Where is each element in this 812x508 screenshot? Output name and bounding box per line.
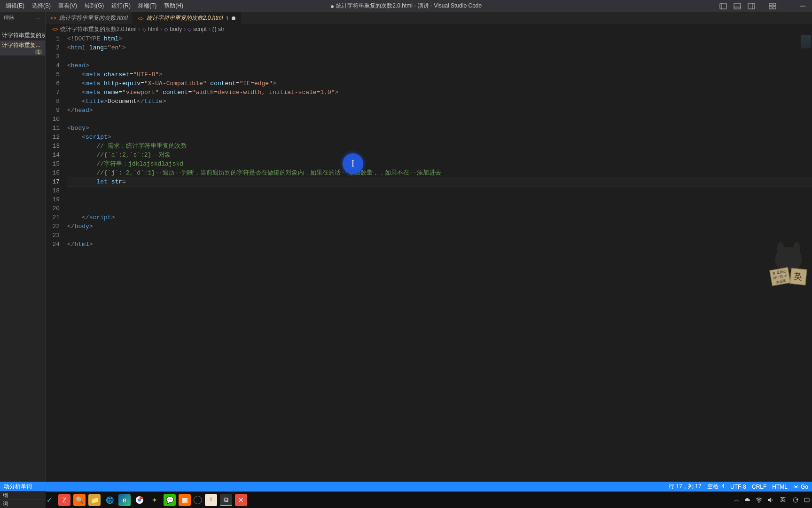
menu-help[interactable]: 帮助(H) — [160, 0, 187, 12]
html-file-icon: <> — [138, 16, 144, 21]
ime-mascot-widget[interactable]: 算·是我心 9月7日 不离远离 英 — [765, 247, 812, 289]
menu-selection[interactable]: 选择(S) — [28, 0, 55, 12]
tray-chevron-up-icon[interactable]: ︿ — [734, 496, 740, 504]
taskbar-vscode-icon[interactable]: ⧉ — [220, 494, 232, 506]
error-badge: 1 — [35, 49, 42, 55]
tray-sync-icon[interactable] — [792, 497, 799, 503]
window-title-text: 统计字符串重复的次数2.0.html - 演讲 - Visual Studio … — [336, 2, 482, 10]
taskbar-app-icon[interactable]: ▦ — [179, 494, 191, 506]
file-tree-item[interactable]: 计字符串重复的次... — [0, 31, 45, 40]
customize-layout-icon[interactable] — [769, 2, 776, 10]
status-left-item[interactable]: 动分析单词 — [4, 483, 32, 491]
status-cursor-position[interactable]: 行 17，列 17 — [669, 483, 701, 491]
taskbar-app-icon[interactable]: ✕ — [235, 494, 247, 506]
taskbar-chrome-icon[interactable] — [133, 494, 146, 506]
taskbar-wechat-icon[interactable]: 💬 — [164, 494, 176, 506]
mascot-card: 算·是我心 9月7日 不离远离 — [769, 267, 790, 286]
symbol-module-icon: ◇ — [187, 26, 191, 32]
layout-panel-bottom-icon[interactable] — [734, 2, 741, 10]
explorer-title: 理器 — [4, 15, 14, 22]
breadcrumb[interactable]: <>统计字符串重复的次数2.0.html › ◇html › ◇body › ◇… — [46, 24, 812, 34]
svg-rect-7 — [773, 3, 776, 6]
mascot-avatar-icon — [775, 247, 802, 270]
status-encoding[interactable]: UTF-8 — [730, 484, 746, 490]
breadcrumb-item[interactable]: ◇html — [142, 26, 159, 32]
title-bar: 编辑(E) 选择(S) 查看(V) 转到(G) 运行(R) 终端(T) 帮助(H… — [0, 0, 812, 12]
tray-volume-icon[interactable] — [767, 497, 773, 503]
svg-rect-15 — [804, 498, 809, 502]
explorer-header: 理器 ··· — [0, 12, 45, 24]
taskbar-app-icon[interactable] — [194, 496, 202, 504]
editor-tab[interactable]: <> 统计字符串重复的次数2.0.html 1 — [133, 12, 241, 24]
breadcrumb-item[interactable]: <>统计字符串重复的次数2.0.html — [52, 25, 137, 33]
system-tray: ︿ 英 — [734, 495, 810, 505]
status-go-label: Go — [801, 484, 808, 490]
outline-section[interactable]: 纲 — [0, 491, 46, 500]
line-number-gutter: 123456789101112131415161718192021222324 — [46, 34, 67, 482]
broadcast-icon — [793, 484, 799, 490]
breadcrumb-item[interactable]: [ ]str — [212, 26, 225, 32]
status-bar: 动分析单词 行 17，列 17 空格: 4 UTF-8 CRLF HTML Go — [0, 482, 812, 492]
symbol-module-icon: ◇ — [164, 26, 168, 32]
breadcrumb-label: 统计字符串重复的次数2.0.html — [60, 25, 137, 33]
separator — [762, 2, 762, 10]
explorer-collapsed-sections: 纲 词 — [0, 491, 46, 508]
tab-error-count: 1 — [226, 16, 228, 21]
chevron-right-icon: › — [184, 26, 186, 32]
chevron-right-icon: › — [139, 26, 141, 32]
layout-sidebar-left-icon[interactable] — [719, 2, 727, 10]
taskbar-browser-icon[interactable]: 🌐 — [103, 494, 116, 506]
svg-point-11 — [795, 486, 797, 488]
svg-point-14 — [758, 502, 759, 503]
ime-language-badge[interactable]: 英 — [789, 268, 807, 285]
code-content[interactable]: <!DOCTYPE html><html lang="en"> <head> <… — [67, 34, 812, 482]
taskbar-edge-icon[interactable]: e — [118, 494, 131, 506]
status-language-mode[interactable]: HTML — [772, 484, 788, 490]
menu-go[interactable]: 转到(G) — [81, 0, 108, 12]
html-file-icon: <> — [50, 15, 56, 21]
dirty-dot-icon: ● — [330, 2, 334, 10]
chevron-right-icon: › — [209, 26, 211, 32]
layout-sidebar-right-icon[interactable] — [748, 2, 755, 10]
svg-rect-2 — [734, 3, 741, 9]
svg-rect-8 — [769, 7, 772, 9]
breadcrumb-item[interactable]: ◇script — [187, 26, 207, 32]
tab-label: 统计字符串重复的次数2.0.html — [147, 14, 223, 22]
editor-code-area[interactable]: 123456789101112131415161718192021222324 … — [46, 34, 812, 482]
window-minimize-icon[interactable] — [799, 2, 806, 10]
taskbar-app-icon[interactable]: ✦ — [148, 494, 161, 506]
tray-ime-indicator[interactable]: 英 — [778, 495, 788, 505]
tray-onedrive-icon[interactable] — [744, 497, 751, 503]
menu-bar: 编辑(E) 选择(S) 查看(V) 转到(G) 运行(R) 终端(T) 帮助(H… — [0, 0, 187, 12]
dirty-indicator-icon[interactable] — [232, 16, 235, 20]
breadcrumb-item[interactable]: ◇body — [164, 26, 182, 32]
menu-terminal[interactable]: 终端(T) — [134, 0, 160, 12]
taskbar-explorer-icon[interactable]: 📁 — [88, 494, 101, 506]
menu-view[interactable]: 查看(V) — [55, 0, 81, 12]
window-title: ● 统计字符串重复的次数2.0.html - 演讲 - Visual Studi… — [330, 2, 482, 10]
breadcrumb-label: str — [218, 26, 224, 32]
status-indentation[interactable]: 空格: 4 — [707, 483, 725, 491]
taskbar-app-icon[interactable]: T — [205, 494, 217, 506]
file-tree: 计字符串重复的次... 计字符串重复... 1 — [0, 31, 45, 56]
menu-run[interactable]: 运行(R) — [108, 0, 134, 12]
timeline-section[interactable]: 词 — [0, 500, 46, 508]
tray-wifi-icon[interactable] — [756, 497, 762, 503]
explorer-sidebar: 理器 ··· 计字符串重复的次... 计字符串重复... 1 纲 词 — [0, 12, 46, 482]
file-tree-item[interactable]: 计字符串重复... 1 — [0, 40, 45, 56]
symbol-module-icon: ◇ — [142, 26, 146, 32]
taskbar-app-icon[interactable]: Z — [58, 494, 70, 506]
more-actions-icon[interactable]: ··· — [34, 15, 41, 21]
svg-rect-9 — [773, 7, 776, 9]
status-eol[interactable]: CRLF — [752, 484, 766, 490]
breadcrumb-label: script — [193, 26, 207, 32]
editor-tab[interactable]: <> 统计字符串重复的次数.html — [46, 12, 133, 24]
menu-edit[interactable]: 编辑(E) — [2, 0, 28, 12]
html-file-icon: <> — [52, 26, 58, 32]
symbol-variable-icon: [ ] — [212, 26, 216, 32]
chevron-right-icon: › — [160, 26, 162, 32]
tab-label: 统计字符串重复的次数.html — [59, 14, 128, 22]
taskbar-everything-icon[interactable]: 🔍 — [73, 494, 86, 506]
status-go-live[interactable]: Go — [793, 484, 808, 490]
tray-notifications-icon[interactable] — [804, 497, 810, 503]
